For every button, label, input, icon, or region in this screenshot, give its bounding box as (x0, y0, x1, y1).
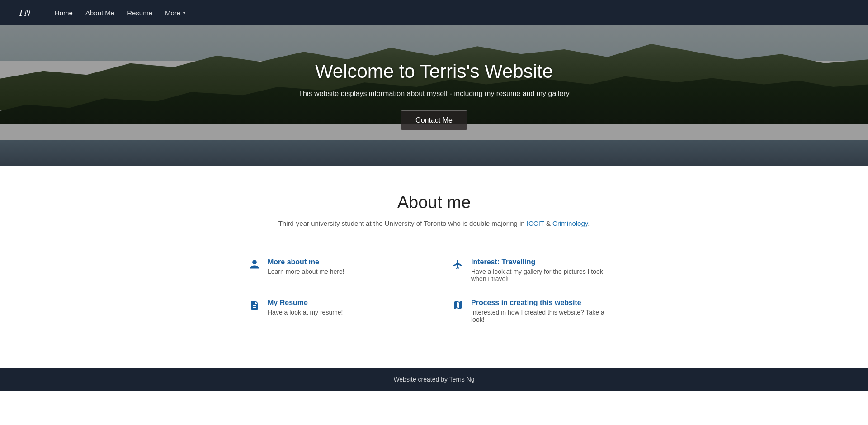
about-item-desc-more: Learn more about me here! (268, 268, 344, 275)
about-item-desc-travel: Have a look at my gallery for the pictur… (471, 268, 619, 282)
nav-link-about[interactable]: About Me (80, 5, 120, 20)
about-title: About me (18, 193, 850, 212)
about-item-desc-process: Interested in how I created this website… (471, 309, 619, 323)
navbar: TN Home About Me Resume More ▾ (0, 0, 868, 25)
criminology-link[interactable]: Criminology (552, 220, 588, 227)
hero-content: Welcome to Terris's Website This website… (298, 61, 569, 130)
about-subtitle: Third-year university student at the Uni… (18, 220, 850, 227)
nav-link-home[interactable]: Home (49, 5, 78, 20)
about-item-content-travel: Interest: Travelling Have a look at my g… (471, 258, 619, 282)
about-item-title-more[interactable]: More about me (268, 258, 344, 266)
nav-brand[interactable]: TN (18, 7, 31, 19)
about-item-title-process[interactable]: Process in creating this website (471, 299, 619, 307)
contact-me-button[interactable]: Contact Me (401, 110, 467, 130)
about-item-more: More about me Learn more about me here! (231, 250, 434, 291)
person-icon (249, 259, 260, 272)
plane-icon (452, 259, 464, 272)
hero-section: Welcome to Terris's Website This website… (0, 25, 868, 166)
about-item-content-resume: My Resume Have a look at my resume! (268, 299, 343, 316)
about-item-title-travel[interactable]: Interest: Travelling (471, 258, 619, 266)
nav-dropdown-more[interactable]: More ▾ (160, 5, 191, 20)
nav-item-about[interactable]: About Me (80, 5, 120, 20)
iccit-link[interactable]: ICCIT (527, 220, 544, 227)
nav-item-resume[interactable]: Resume (122, 5, 158, 20)
about-section: About me Third-year university student a… (0, 166, 868, 368)
file-icon (249, 300, 260, 313)
chevron-down-icon: ▾ (183, 10, 185, 15)
about-item-resume: My Resume Have a look at my resume! (231, 291, 434, 331)
about-grid: More about me Learn more about me here! … (231, 250, 637, 331)
nav-link-resume[interactable]: Resume (122, 5, 158, 20)
nav-item-home[interactable]: Home (49, 5, 78, 20)
map-icon (452, 300, 464, 313)
about-item-content-more: More about me Learn more about me here! (268, 258, 344, 275)
about-item-content-process: Process in creating this website Interes… (471, 299, 619, 323)
hero-title: Welcome to Terris's Website (298, 61, 569, 82)
footer: Website created by Terris Ng (0, 368, 868, 391)
hero-subtitle: This website displays information about … (298, 90, 569, 98)
about-item-process: Process in creating this website Interes… (434, 291, 637, 331)
about-item-title-resume[interactable]: My Resume (268, 299, 343, 307)
nav-links: Home About Me Resume More ▾ (49, 5, 191, 20)
footer-text: Website created by Terris Ng (393, 376, 474, 383)
nav-item-more[interactable]: More ▾ (160, 5, 191, 20)
about-item-travel: Interest: Travelling Have a look at my g… (434, 250, 637, 291)
about-item-desc-resume: Have a look at my resume! (268, 309, 343, 316)
